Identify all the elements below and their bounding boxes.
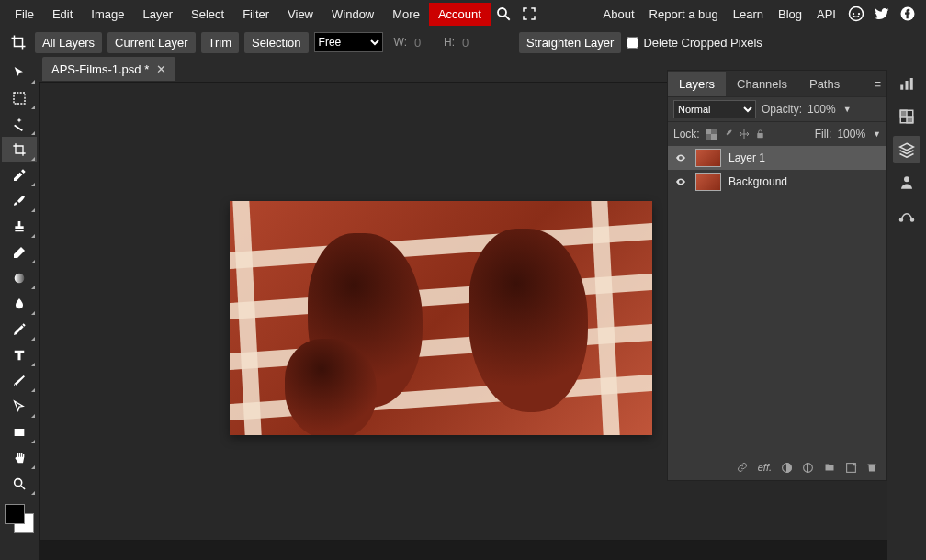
menu-select[interactable]: Select <box>182 3 233 26</box>
layer-thumbnail[interactable] <box>695 173 721 191</box>
svg-point-24 <box>904 176 909 182</box>
svg-rect-6 <box>14 93 25 104</box>
color-swatches[interactable] <box>5 504 34 533</box>
new-layer-icon[interactable] <box>845 462 857 474</box>
menu-account[interactable]: Account <box>429 3 491 26</box>
layer-mask-icon[interactable] <box>781 462 793 474</box>
svg-point-26 <box>911 218 914 221</box>
link-blog[interactable]: Blog <box>771 3 809 26</box>
eraser-tool[interactable] <box>2 240 37 265</box>
marquee-tool[interactable] <box>2 85 37 111</box>
menu-filter[interactable]: Filter <box>233 3 278 26</box>
opt-current-layer[interactable]: Current Layer <box>107 32 195 53</box>
hand-tool[interactable] <box>2 445 37 471</box>
menu-layer[interactable]: Layer <box>134 3 183 26</box>
lock-pixels-icon[interactable] <box>722 129 733 140</box>
svg-rect-13 <box>711 134 717 140</box>
opacity-value[interactable]: 100% <box>807 103 836 116</box>
svg-point-9 <box>15 479 22 487</box>
move-tool[interactable] <box>2 60 37 85</box>
opacity-label: Opacity: <box>762 103 802 116</box>
link-layers-icon[interactable] <box>736 462 749 473</box>
visibility-icon[interactable] <box>673 152 688 163</box>
opt-ratio-select[interactable]: Free <box>314 32 383 52</box>
delete-layer-icon[interactable] <box>866 461 877 474</box>
tab-paths[interactable]: Paths <box>798 72 851 96</box>
search-icon[interactable] <box>494 5 513 23</box>
layer-effects-icon[interactable]: eff. <box>758 462 772 473</box>
character-panel-icon[interactable] <box>893 169 920 196</box>
paths-panel-icon[interactable] <box>893 202 920 230</box>
layer-name[interactable]: Layer 1 <box>728 151 765 164</box>
svg-point-25 <box>900 218 903 221</box>
menu-more[interactable]: More <box>383 3 429 26</box>
crop-tool[interactable] <box>2 137 37 162</box>
menu-view[interactable]: View <box>278 3 322 26</box>
tab-layers[interactable]: Layers <box>668 72 726 96</box>
link-learn[interactable]: Learn <box>726 3 771 26</box>
swatches-panel-icon[interactable] <box>893 103 920 130</box>
histogram-panel-icon[interactable] <box>893 70 920 97</box>
panel-menu-icon[interactable]: ≡ <box>874 77 881 91</box>
height-value[interactable]: 0 <box>462 36 480 50</box>
lock-row: Lock: Fill: 100% ▼ <box>668 121 886 146</box>
layer-row[interactable]: Background <box>668 170 886 194</box>
foreground-color[interactable] <box>5 504 25 524</box>
link-about[interactable]: About <box>596 3 642 26</box>
fill-dropdown-icon[interactable]: ▼ <box>873 129 881 139</box>
blur-tool[interactable] <box>2 291 37 317</box>
menu-edit[interactable]: Edit <box>43 3 82 26</box>
shape-tool[interactable] <box>2 420 37 445</box>
lock-transparency-icon[interactable] <box>706 129 717 140</box>
visibility-icon[interactable] <box>673 176 688 187</box>
lock-position-icon[interactable] <box>739 129 750 140</box>
adjustment-layer-icon[interactable] <box>802 462 814 474</box>
canvas[interactable] <box>230 201 652 435</box>
opacity-dropdown-icon[interactable]: ▼ <box>843 105 852 114</box>
menu-file[interactable]: File <box>6 3 43 26</box>
brush-tool[interactable] <box>2 188 37 214</box>
twitter-icon[interactable] <box>873 5 891 23</box>
new-folder-icon[interactable] <box>823 462 836 473</box>
blend-mode-select[interactable]: Normal <box>673 100 756 118</box>
opt-all-layers[interactable]: All Layers <box>35 32 102 53</box>
gradient-tool[interactable] <box>2 265 37 291</box>
path-select-tool[interactable] <box>2 394 37 420</box>
fill-value[interactable]: 100% <box>837 128 865 140</box>
pen-tool[interactable] <box>2 317 37 342</box>
type-tool[interactable] <box>2 342 37 368</box>
menu-window[interactable]: Window <box>322 3 383 26</box>
menu-bar: File Edit Image Layer Select Filter View… <box>0 0 926 28</box>
link-api[interactable]: API <box>809 3 843 26</box>
close-tab-icon[interactable]: ✕ <box>156 62 166 76</box>
stamp-tool[interactable] <box>2 214 37 240</box>
tab-channels[interactable]: Channels <box>726 72 798 96</box>
reddit-icon[interactable] <box>847 5 865 23</box>
layer-name[interactable]: Background <box>728 175 787 188</box>
document-tab-title: APS-Films-1.psd * <box>51 62 149 76</box>
fullscreen-icon[interactable] <box>520 5 538 23</box>
opt-delete-cropped[interactable]: Delete Cropped Pixels <box>627 36 762 50</box>
path-tool[interactable] <box>2 368 37 394</box>
delete-cropped-checkbox[interactable] <box>627 37 638 49</box>
link-report-bug[interactable]: Report a bug <box>642 3 726 26</box>
menu-image[interactable]: Image <box>82 3 133 26</box>
svg-rect-19 <box>906 81 909 90</box>
right-panel-bar <box>887 55 926 560</box>
layer-row[interactable]: Layer 1 <box>668 146 886 170</box>
lock-all-icon[interactable] <box>755 129 765 140</box>
svg-point-7 <box>15 274 25 284</box>
opt-trim[interactable]: Trim <box>201 32 240 53</box>
tool-indicator-crop-icon <box>7 31 29 53</box>
layer-thumbnail[interactable] <box>695 149 721 167</box>
opt-straighten[interactable]: Straighten Layer <box>519 32 621 53</box>
facebook-icon[interactable] <box>898 5 917 23</box>
opt-selection[interactable]: Selection <box>244 32 308 53</box>
width-value[interactable]: 0 <box>414 36 433 50</box>
eyedropper-tool[interactable] <box>2 162 37 188</box>
layers-panel-icon[interactable] <box>893 136 920 163</box>
zoom-tool[interactable] <box>2 471 37 497</box>
document-tab[interactable]: APS-Films-1.psd * ✕ <box>42 57 175 81</box>
height-label: H: <box>444 36 455 49</box>
wand-tool[interactable] <box>2 111 37 137</box>
